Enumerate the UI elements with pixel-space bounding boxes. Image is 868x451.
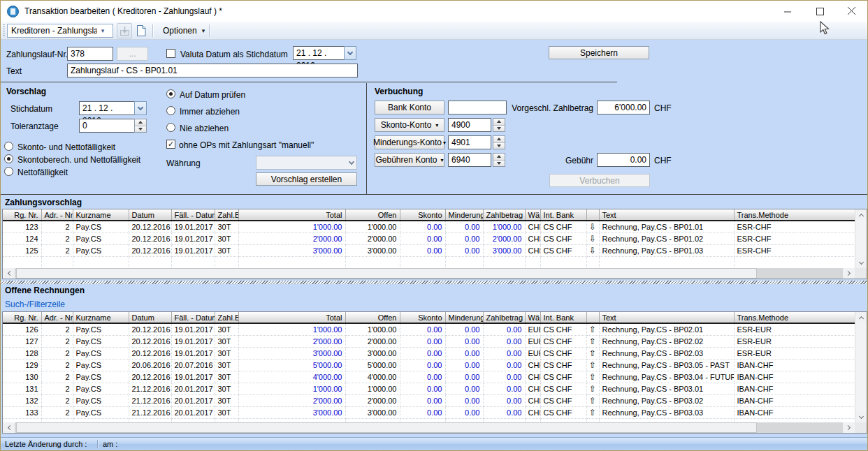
column-header[interactable]: Datum [129,312,171,323]
toolbar-grip[interactable] [3,24,5,37]
skonto-konto-button[interactable]: Skonto-Konto ▾ [375,118,444,132]
column-header[interactable]: Adr. - Nr. [41,312,73,323]
toleranztage-input[interactable] [79,119,135,133]
column-header[interactable]: Kurzname [73,209,129,221]
radio-skontoberech-und-netto[interactable] [4,154,13,163]
splitter-handle[interactable] [1,281,868,284]
scroll-down-button[interactable] [855,412,867,422]
table-row[interactable]: 1302Pay.CS20.12.201619.01.201730T4'000.0… [3,371,855,383]
column-header[interactable]: Rg. Nr. [3,312,41,323]
table-row[interactable]: 1232Pay.CS20.12.201619.01.201730T1'000.0… [3,221,855,233]
scroll-right-button[interactable] [843,422,855,433]
column-header[interactable]: Zahl.B.. [215,209,238,221]
vorschlag-erstellen-button[interactable]: Vorschlag erstellen [256,172,357,186]
vorgeschl-zahlbetrag-input[interactable] [597,101,650,114]
minderungs-konto-spinner[interactable] [493,135,505,149]
table-row[interactable]: 1262Pay.CS20.12.201619.01.201730T1'000.0… [3,323,855,336]
scroll-left-button[interactable] [3,422,15,433]
column-header[interactable]: Adr. - Nr. [41,209,73,221]
minderungs-konto-input[interactable] [448,135,491,149]
browse-button[interactable]: ... [117,47,148,61]
spinner-up-icon[interactable] [493,119,505,125]
zahlungslauf-nr-input[interactable] [67,47,113,61]
vertical-scrollbar[interactable] [855,209,867,268]
bank-konto-button[interactable]: Bank Konto [375,101,444,114]
table-row[interactable]: 1282Pay.CS20.12.201619.01.201730T3'000.0… [3,348,855,360]
column-header[interactable]: Total [238,209,345,221]
spinner-up-icon[interactable] [493,136,505,142]
column-header[interactable]: Zahl.B.. [215,312,238,323]
such-filterzeile-link[interactable]: Such-/Filterzeile [5,300,65,309]
scroll-right-button[interactable] [843,268,855,279]
table-row[interactable]: 1272Pay.CS20.12.201619.01.201730T2'000.0… [3,336,855,348]
scrollbar-thumb[interactable] [16,422,757,433]
column-header[interactable]: Zahlbetrag [483,312,525,323]
transaction-combobox[interactable]: Kreditoren - Zahlungslauf ▾ [7,24,113,38]
valuta-checkbox[interactable] [166,49,175,58]
column-header[interactable] [586,209,599,221]
column-header[interactable]: Int. Bank [540,312,586,323]
radio-nie-abziehen[interactable] [166,123,175,132]
column-header[interactable]: Wä... [525,312,540,323]
new-transaction-button[interactable] [133,23,149,38]
ohne-ops-checkbox[interactable]: ✓ [166,140,175,149]
vertical-scrollbar[interactable] [855,312,867,422]
radio-skonto-und-netto[interactable] [4,142,13,151]
minimize-button[interactable] [772,1,804,22]
column-header[interactable]: Text [599,209,734,221]
column-header[interactable]: Minderung [445,312,483,323]
column-header[interactable]: Offen [345,209,400,221]
skonto-konto-input[interactable] [448,118,491,132]
table-row[interactable]: 1332Pay.CS21.12.201620.01.201730T3'000.0… [3,407,855,419]
horizontal-scrollbar[interactable] [3,268,855,279]
stichdatum-field[interactable]: 21 . 12 . 2016 [79,101,135,115]
gebuehren-konto-button[interactable]: Gebühren Konto ▾ [375,153,444,167]
column-header[interactable]: Total [238,312,345,323]
column-header[interactable]: Kurzname [73,312,129,323]
close-button[interactable] [836,1,868,22]
column-header[interactable]: Wä... [525,209,540,221]
column-header[interactable] [586,312,599,323]
scroll-down-button[interactable] [855,258,867,268]
valuta-date-dropdown-button[interactable] [344,46,356,60]
radio-immer-abziehen[interactable] [166,106,175,115]
spinner-down-icon[interactable] [493,125,505,132]
column-header[interactable]: Text [599,312,734,323]
column-header[interactable]: Fäll. - Datum [171,312,215,323]
column-header[interactable]: Offen [345,312,400,323]
column-header[interactable]: Zahlbetrag [483,209,525,221]
toleranztage-spinner[interactable] [134,119,147,133]
spinner-down-icon[interactable] [493,142,505,149]
table-row[interactable]: 1292Pay.CS20.06.201620.07.201630T5'000.0… [3,360,855,371]
column-header[interactable]: Minderung [445,209,483,221]
gebuehr-input[interactable] [597,153,650,167]
waehrung-combobox[interactable] [256,156,357,170]
table-row[interactable]: 1242Pay.CS20.12.201619.01.201730T2'000.0… [3,233,855,245]
text-input[interactable] [67,64,358,77]
stichdatum-dropdown-button[interactable] [134,101,147,115]
column-header[interactable]: Skonto [400,209,445,221]
maximize-button[interactable] [804,1,836,22]
scroll-up-button[interactable] [855,312,867,323]
radio-nettofaelligkeit[interactable] [4,167,13,176]
horizontal-scrollbar[interactable] [3,422,855,433]
column-header[interactable]: Rg. Nr. [3,209,41,221]
column-header[interactable]: Datum [129,209,171,221]
scroll-up-button[interactable] [855,209,867,220]
table-row[interactable]: 1312Pay.CS21.12.201620.01.201730T1'000.0… [3,383,855,395]
scrollbar-thumb[interactable] [16,268,757,279]
radio-auf-datum-pruefen[interactable] [166,89,175,98]
column-header[interactable]: Fäll. - Datum [171,209,215,221]
column-header[interactable]: Trans.Methode [734,209,855,221]
verbuchen-button[interactable]: Verbuchen [549,174,650,187]
speichern-button[interactable]: Speichern [549,46,649,59]
valuta-date-field[interactable]: 21 . 12 . 2016 [293,46,345,60]
column-header[interactable]: Trans.Methode [734,312,855,323]
table-row[interactable]: 1322Pay.CS21.12.201620.01.201730T2'000.0… [3,395,855,407]
scroll-left-button[interactable] [3,268,15,279]
column-header[interactable]: Skonto [400,312,445,323]
spinner-down-icon[interactable] [135,126,146,133]
skonto-konto-spinner[interactable] [493,118,505,132]
table-row[interactable]: 1252Pay.CS20.12.201619.01.201730T3'000.0… [3,245,855,257]
spinner-up-icon[interactable] [135,119,146,126]
